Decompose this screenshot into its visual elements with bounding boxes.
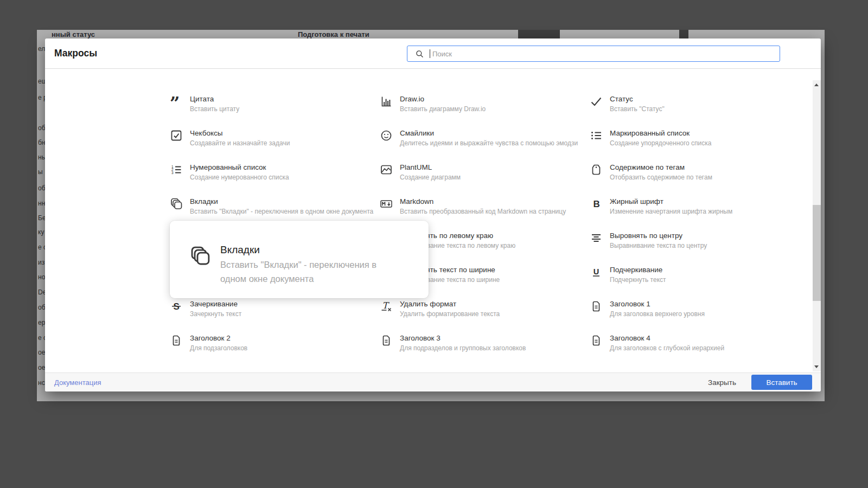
background-text-fragment: ещ <box>38 78 45 85</box>
search-icon <box>414 49 425 59</box>
macro-description: Вставить "Статус" <box>610 105 665 113</box>
macro-item[interactable]: T Удалить формат Удалить форматирование … <box>380 300 590 334</box>
background-text-fragment: бн <box>38 139 45 146</box>
markdown-icon <box>380 197 393 210</box>
remove-format-icon: T <box>380 300 393 313</box>
doc-icon <box>590 334 603 347</box>
scroll-down-arrow-icon[interactable] <box>814 365 819 368</box>
macro-description: Выравнивание текста по центру <box>610 242 707 250</box>
macro-description: Зачеркнуть текст <box>190 310 241 318</box>
macro-title: PlantUML <box>400 163 461 172</box>
background-text-fragment: ели <box>38 45 45 53</box>
background-text-fragment: нн <box>38 200 45 207</box>
macro-description: Вставить "Вкладки" - переключения в одно… <box>190 208 373 216</box>
macro-title: Markdown <box>400 197 566 206</box>
macro-title: Заголовок 3 <box>400 334 526 343</box>
background-text-fragment: из <box>38 259 44 266</box>
macro-item[interactable]: Содержимое по тегам Отобразить содержимо… <box>590 163 800 197</box>
macro-item[interactable]: Заголовок 3 Для подразделов и групповых … <box>380 334 590 368</box>
background-text-fragment: е р <box>38 94 45 101</box>
documentation-link[interactable]: Документация <box>54 378 101 387</box>
macro-title: Зачеркивание <box>190 300 241 309</box>
search-box[interactable] <box>407 46 780 62</box>
macro-title: Жирный шрифт <box>610 197 732 206</box>
macro-description: Для заголовка верхнего уровня <box>610 310 705 318</box>
macro-preview-tooltip: Вкладки Вставить "Вкладки" - переключени… <box>170 221 429 298</box>
macro-item[interactable]: ” Цитата Вставить цитату <box>170 95 380 129</box>
macro-description: Создание упорядоченного списка <box>610 139 711 147</box>
bullet-list-icon <box>590 129 603 142</box>
macro-item[interactable]: 123 Нумерованный список Создание нумеров… <box>170 163 380 197</box>
bar-chart-icon <box>380 95 393 108</box>
macro-item[interactable]: Статус Вставить "Статус" <box>590 95 800 129</box>
svg-text:3: 3 <box>171 171 174 175</box>
dialog-title: Макросы <box>54 48 97 59</box>
background-text-fragment: е с <box>38 243 45 251</box>
svg-text:B: B <box>593 199 600 209</box>
macro-title: Маркированный список <box>610 129 711 138</box>
close-button[interactable]: Закрыть <box>703 375 742 390</box>
macro-description: Отобразить содержимое по тегам <box>610 174 712 182</box>
left-strip-fragments: елиеще роббнныыобнннБекуе сизноDeобере о… <box>37 38 45 401</box>
macro-title: Заголовок 2 <box>190 334 247 343</box>
doc-icon <box>380 334 393 347</box>
smiley-icon <box>380 129 393 142</box>
macro-description: Для заголовков с глубокой иерархией <box>610 344 724 352</box>
macro-item[interactable]: S Зачеркивание Зачеркнуть текст <box>170 300 380 334</box>
dialog-footer: Документация Закрыть Вставить <box>45 373 821 391</box>
area-chart-icon <box>380 163 393 176</box>
background-text-fragment: е о <box>38 334 45 342</box>
macro-item[interactable]: Чекбоксы Создавайте и назначайте задачи <box>170 129 380 163</box>
tooltip-description: Вставить "Вкладки" - переключения в одно… <box>220 258 395 286</box>
background-text-fragment: об <box>38 124 45 132</box>
scroll-up-arrow-icon[interactable] <box>814 84 819 86</box>
macro-item[interactable]: Заголовок 1 Для заголовка верхнего уровн… <box>590 300 800 334</box>
background-box-fragment <box>518 30 560 38</box>
macro-item[interactable]: B Жирный шрифт Изменение начертания шриф… <box>590 197 800 232</box>
background-text-fragment: Подготовка к печати <box>298 30 369 38</box>
macro-item[interactable]: Заголовок 4 Для заголовков с глубокой ие… <box>590 334 800 368</box>
macro-description: Изменение начертания шрифта жирным <box>610 208 732 216</box>
macro-title: Содержимое по тегам <box>610 163 712 172</box>
macro-item[interactable]: Draw.io Вставить диаграмму Draw.io <box>380 95 590 129</box>
bold-icon: B <box>590 197 603 210</box>
quote-icon: ” <box>170 95 183 108</box>
background-text-fragment: нный статус <box>52 30 95 38</box>
tag-icon <box>590 163 603 176</box>
macro-title: Выровнять по центру <box>610 232 707 240</box>
macro-item[interactable]: Выровнять по центру Выравнивание текста … <box>590 232 800 266</box>
search-input[interactable] <box>431 49 780 59</box>
macro-description: Вставить преобразованный код Markdown на… <box>400 208 566 216</box>
background-text-fragment: ы <box>38 168 43 176</box>
macro-item[interactable]: Смайлики Делитесь идеями и выражайте чув… <box>380 129 590 163</box>
align-center-icon <box>590 232 603 245</box>
background-text-fragment: ку <box>38 228 44 236</box>
tooltip-icon <box>189 245 211 267</box>
macro-title: Заголовок 1 <box>610 300 705 309</box>
underline-icon: U <box>590 266 603 279</box>
macro-item[interactable]: PlantUML Создание диаграмм <box>380 163 590 197</box>
background-top-strip: нный статусПодготовка к печати <box>37 30 825 38</box>
svg-text:U: U <box>593 267 599 276</box>
macro-item[interactable]: U Подчеркивание Подчеркнуть текст <box>590 266 800 300</box>
background-text-fragment: ер <box>38 319 45 326</box>
macro-description: Для подразделов и групповых заголовков <box>400 344 526 352</box>
background-text-fragment: но <box>38 273 45 281</box>
macro-title: Чекбоксы <box>190 129 290 138</box>
scrollbar-thumb[interactable] <box>813 205 821 301</box>
macro-description: Подчеркнуть текст <box>610 276 666 284</box>
macro-item[interactable]: Маркированный список Создание упорядочен… <box>590 129 800 163</box>
scrollbar[interactable] <box>813 80 821 371</box>
insert-button[interactable]: Вставить <box>751 375 812 390</box>
background-text-fragment: ны <box>38 153 45 161</box>
macro-title: Нумерованный список <box>190 163 289 172</box>
tooltip-title: Вкладки <box>220 243 395 256</box>
numbered-list-icon: 123 <box>170 163 183 176</box>
macro-title: Цитата <box>190 95 239 104</box>
macro-item[interactable]: Заголовок 2 Для подзаголовков <box>170 334 380 368</box>
background-text-fragment: De <box>38 288 45 296</box>
macro-title: Удалить формат <box>400 300 500 309</box>
svg-text:”: ” <box>170 95 180 108</box>
macro-title: Заголовок 4 <box>610 334 724 343</box>
macro-description: Создание нумерованного списка <box>190 174 289 182</box>
